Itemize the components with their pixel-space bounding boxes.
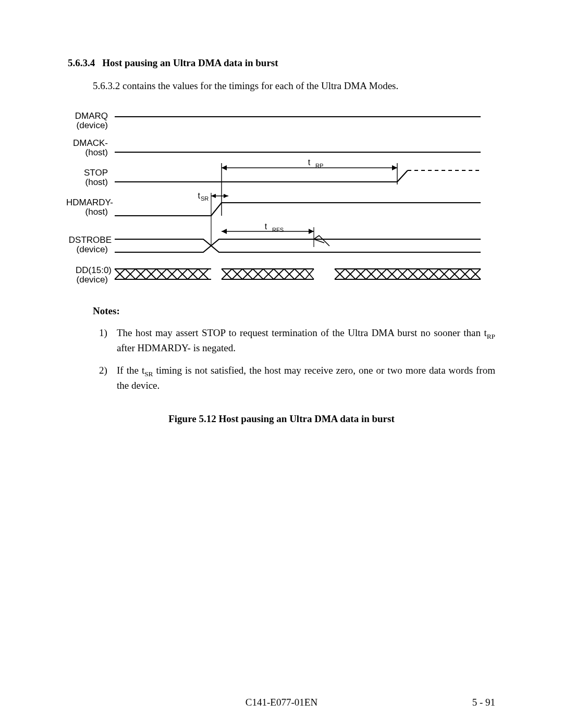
svg-marker-5 [392,165,397,170]
sig-dmack: DMACK- [73,138,108,148]
sig-dmack-owner: (host) [85,147,108,157]
notes-heading: Notes: [93,305,495,317]
svg-marker-14 [222,229,227,234]
note-item: 2) If the tSR timing is not satisfied, t… [99,364,495,392]
note-item: 1) The host may assert STOP to request t… [99,326,495,354]
svg-marker-4 [222,165,227,170]
label-tsr: t [198,191,201,200]
timing-diagram: DMARQ (device) DMACK- (host) STOP (host)… [64,106,491,291]
note-text: The host may assert STOP to request term… [117,326,495,354]
page-number: 5 - 91 [472,697,495,708]
label-trp-sub: RP [315,163,323,169]
sig-dstrobe-owner: (device) [77,244,108,254]
svg-marker-9 [211,194,216,198]
lead-paragraph: 5.6.3.2 contains the values for the timi… [93,80,495,92]
label-trfs: t [265,222,267,231]
sig-dstrobe: DSTROBE [69,235,112,245]
section-number: 5.6.3.4 [68,57,95,69]
sig-stop: STOP [84,168,108,178]
note-number: 2) [99,364,117,392]
label-tsr-sub: SR [201,195,209,202]
note-number: 1) [99,326,117,354]
svg-marker-15 [309,229,314,234]
notes-list: 1) The host may assert STOP to request t… [99,326,495,392]
sig-hdmardy-owner: (host) [85,207,108,217]
sig-dd-owner: (device) [77,275,108,285]
label-trp: t [308,158,311,167]
sig-dmarq-owner: (device) [77,120,108,130]
sig-dmarq: DMARQ [75,111,108,121]
sig-hdmardy: HDMARDY- [66,198,113,207]
section-title: Host pausing an Ultra DMA data in burst [102,57,278,68]
figure-caption: Figure 5.12 Host pausing an Ultra DMA da… [68,413,495,425]
sig-dd: DD(15:0) [76,265,112,275]
note-text: If the tSR timing is not satisfied, the … [117,364,495,392]
section-heading: 5.6.3.4Host pausing an Ultra DMA data in… [68,57,495,69]
sig-stop-owner: (host) [85,177,108,187]
svg-marker-10 [224,194,228,198]
label-trfs-sub: RFS [272,227,284,233]
